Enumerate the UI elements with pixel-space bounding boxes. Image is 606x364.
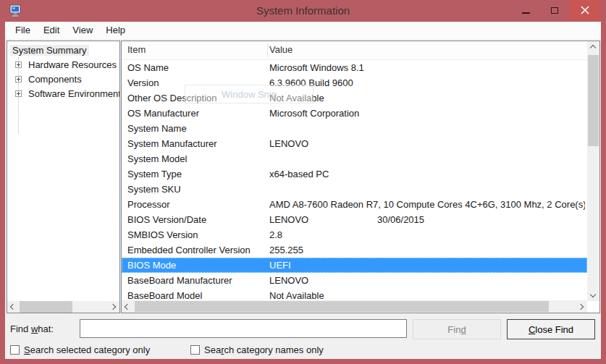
find-input[interactable]: [80, 319, 407, 338]
maximize-button[interactable]: [540, 0, 569, 20]
row-item: System Model: [127, 151, 266, 166]
table-row[interactable]: Embedded Controller Version255.255: [122, 242, 587, 258]
expand-plus-icon[interactable]: [15, 76, 22, 82]
table-row[interactable]: System SKU: [122, 182, 587, 197]
tree-item-software-environment[interactable]: Software Environment: [26, 87, 120, 101]
table-row[interactable]: ProcessorAMD A8-7600 Radeon R7, 10 Compu…: [122, 197, 587, 212]
checkbox-icon[interactable]: [190, 345, 200, 355]
scroll-left-icon[interactable]: [10, 304, 16, 310]
tree-item-components[interactable]: Components: [26, 72, 84, 86]
table-row[interactable]: System Name: [122, 121, 587, 136]
row-value: 6.3.9600 Build 9600: [269, 75, 585, 90]
row-item: BaseBoard Manufacturer: [127, 273, 266, 288]
minimize-icon: [522, 12, 530, 14]
table-vertical-scrollbar[interactable]: [587, 41, 599, 301]
maximize-icon: [551, 7, 558, 14]
row-value: Microsoft Windows 8.1: [269, 60, 585, 75]
row-item: System SKU: [127, 182, 266, 197]
table-row-selected[interactable]: BIOS ModeUEFI: [122, 258, 587, 273]
scroll-down-icon[interactable]: [590, 292, 596, 297]
details-pane: Item Value OS NameMicrosoft Windows 8.1 …: [121, 41, 600, 313]
search-category-names-checkbox[interactable]: Search category names only: [190, 344, 324, 355]
category-tree-pane: System Summary Hardware Resources Compon…: [7, 41, 120, 313]
row-item: System Name: [127, 121, 266, 136]
row-value: 2.8: [269, 227, 585, 242]
menu-file[interactable]: File: [9, 22, 37, 39]
row-value: LENOVO: [269, 212, 585, 227]
expand-plus-icon[interactable]: [15, 90, 22, 97]
scroll-left-icon[interactable]: [125, 304, 130, 310]
scrollbar-thumb[interactable]: [588, 55, 599, 146]
row-value: x64-based PC: [269, 166, 585, 182]
tree-item-label: System Summary: [10, 45, 89, 56]
row-item: Embedded Controller Version: [127, 242, 266, 258]
scrollbar-thumb[interactable]: [135, 301, 549, 312]
menu-view[interactable]: View: [66, 22, 99, 39]
table-row[interactable]: BIOS Version/DateLENOVO30/06/2015: [122, 212, 587, 227]
titlebar[interactable]: System Information: [0, 0, 606, 22]
row-item: Processor: [127, 197, 266, 212]
row-item: SMBIOS Version: [127, 227, 266, 242]
window-snip-ghost: Window Snip: [185, 85, 313, 103]
row-item: BIOS Version/Date: [127, 212, 266, 227]
table-row[interactable]: System Model: [122, 151, 587, 166]
find-what-label: Find what:: [10, 323, 54, 334]
find-button[interactable]: Find: [413, 319, 501, 339]
table-horizontal-scrollbar[interactable]: [122, 300, 587, 313]
row-value: UEFI: [269, 258, 585, 273]
row-value: LENOVO: [269, 273, 585, 288]
table-row[interactable]: OS ManufacturerMicrosoft Corporation: [122, 106, 587, 121]
scroll-up-icon[interactable]: [590, 45, 596, 51]
tree-item-system-summary[interactable]: System Summary: [10, 43, 89, 57]
expand-plus-icon[interactable]: [15, 62, 22, 68]
table-row[interactable]: SMBIOS Version2.8: [122, 227, 587, 242]
close-find-button[interactable]: Close Find: [507, 319, 595, 339]
row-item: OS Name: [127, 60, 266, 75]
scroll-right-icon[interactable]: [578, 304, 584, 310]
row-value: LENOVO: [269, 136, 585, 151]
row-value: 255.255: [269, 242, 585, 258]
row-value: Not Available: [269, 90, 585, 106]
checkbox-label: Search selected category only: [24, 344, 150, 355]
scroll-right-icon[interactable]: [110, 304, 116, 310]
row-value: Microsoft Corporation: [269, 106, 585, 121]
row-value-date: 30/06/2015: [377, 212, 424, 227]
menu-bar: File Edit View Help: [5, 22, 601, 39]
row-value: Not Available: [269, 288, 585, 300]
column-divider[interactable]: [267, 43, 268, 58]
minimize-button[interactable]: [511, 0, 540, 20]
checkbox-label: Search category names only: [204, 344, 324, 355]
tree-item-label: Hardware Resources: [26, 59, 119, 70]
row-item: BIOS Mode: [127, 258, 266, 273]
tree-item-hardware-resources[interactable]: Hardware Resources: [26, 58, 119, 72]
row-item: System Manufacturer: [127, 136, 266, 151]
close-button[interactable]: [569, 0, 601, 20]
row-item: BaseBoard Model: [127, 288, 266, 300]
table-row[interactable]: BaseBoard ModelNot Available: [122, 288, 587, 300]
table-row[interactable]: OS NameMicrosoft Windows 8.1: [122, 60, 587, 75]
column-header-value[interactable]: Value: [269, 44, 293, 55]
table-row[interactable]: System Typex64-based PC: [122, 166, 587, 182]
tree-item-label: Components: [26, 74, 84, 85]
tree-item-label: Software Environment: [26, 88, 120, 99]
scrollbar-thumb[interactable]: [20, 301, 72, 313]
row-item: System Type: [127, 166, 266, 182]
table-row[interactable]: System ManufacturerLENOVO: [122, 136, 587, 151]
menu-help[interactable]: Help: [99, 22, 132, 39]
system-information-window: System Information File Edit View Help S…: [0, 0, 606, 364]
row-value: AMD A8-7600 Radeon R7, 10 Compute Cores …: [269, 197, 585, 212]
table-row[interactable]: BaseBoard ManufacturerLENOVO: [122, 273, 587, 288]
menu-edit[interactable]: Edit: [37, 22, 66, 39]
column-header-item[interactable]: Item: [127, 44, 146, 55]
close-icon: [581, 6, 589, 14]
table-header: Item Value: [122, 41, 587, 60]
tree-horizontal-scrollbar[interactable]: [7, 301, 119, 313]
search-selected-category-checkbox[interactable]: Search selected category only: [10, 344, 150, 355]
row-item: OS Manufacturer: [127, 106, 266, 121]
checkbox-icon[interactable]: [10, 345, 20, 355]
